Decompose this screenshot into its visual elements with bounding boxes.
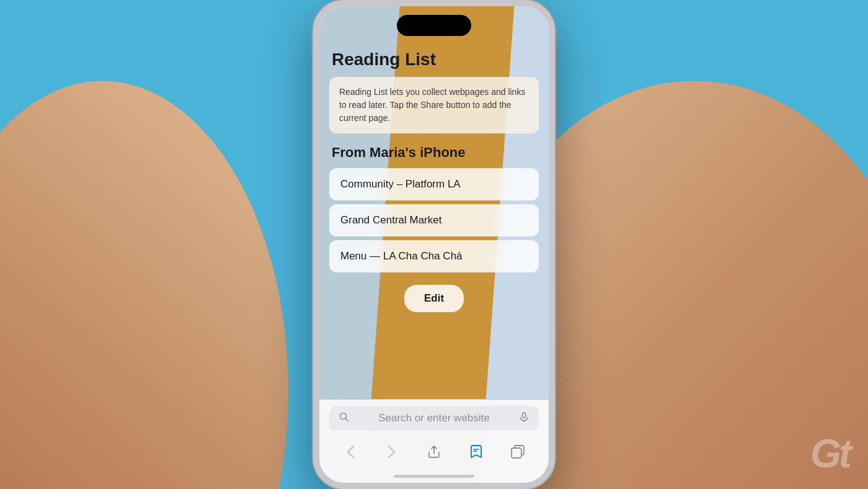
phone-screen: Reading List Reading List lets you colle… <box>319 6 549 483</box>
edit-button[interactable]: Edit <box>404 285 464 312</box>
reading-list-items: Community – Platform LA Grand Central Ma… <box>329 168 539 272</box>
back-button[interactable] <box>337 438 364 465</box>
browser-toolbar <box>329 438 539 465</box>
list-item-0[interactable]: Community – Platform LA <box>329 168 539 200</box>
svg-rect-6 <box>512 448 521 458</box>
search-bar[interactable]: Search or enter website <box>329 406 539 431</box>
gt-watermark: Gt <box>810 431 849 477</box>
svg-rect-2 <box>523 413 526 418</box>
volume-up-button <box>313 121 314 158</box>
list-item-1[interactable]: Grand Central Market <box>329 204 539 236</box>
volume-down-button <box>313 166 314 204</box>
reading-list-info: Reading List lets you collect webpages a… <box>329 77 539 133</box>
search-placeholder: Search or enter website <box>354 412 514 424</box>
search-icon <box>339 412 349 424</box>
from-label: From Maria's iPhone <box>329 145 539 161</box>
mute-button <box>313 87 314 109</box>
share-button[interactable] <box>420 438 448 465</box>
svg-line-1 <box>346 419 348 421</box>
forward-button[interactable] <box>378 438 405 465</box>
bottom-bar: Search or enter website <box>319 399 549 483</box>
iphone: Reading List Reading List lets you colle… <box>313 0 555 489</box>
tabs-button[interactable] <box>504 438 531 465</box>
dynamic-island <box>397 15 471 36</box>
power-button <box>554 105 555 155</box>
home-indicator <box>394 475 474 478</box>
list-item-2[interactable]: Menu — LA Cha Cha Chá <box>329 240 539 272</box>
microphone-icon <box>519 412 529 424</box>
reading-list-title: Reading List <box>329 50 539 70</box>
phone-wrapper: Reading List Reading List lets you colle… <box>304 0 564 489</box>
bookmarks-button[interactable] <box>463 438 490 465</box>
